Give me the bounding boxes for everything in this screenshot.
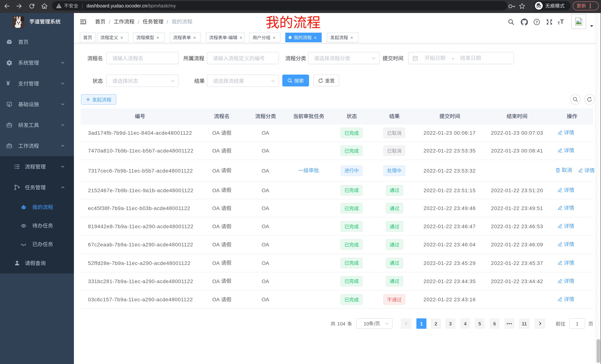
svg-text:?: ? <box>535 20 538 24</box>
